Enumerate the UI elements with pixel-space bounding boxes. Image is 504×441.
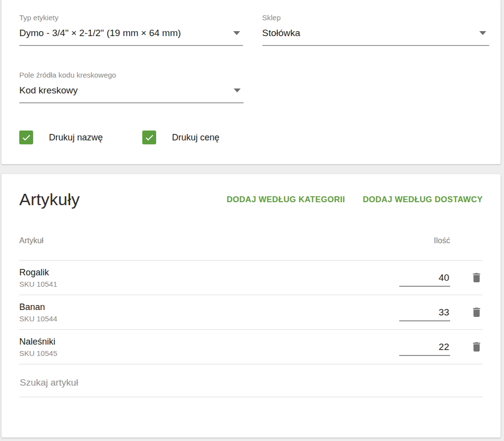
barcode-source-value: Kod kreskowy [19,85,78,96]
settings-row-1: Typ etykiety Dymo - 3/4" × 2-1/2" (19 mm… [19,13,489,46]
print-price-label: Drukuj cenę [172,132,219,143]
delete-row-button[interactable] [470,306,483,319]
article-search-row [19,377,483,397]
column-header-article: Artykuł [19,236,43,245]
article-name: Rogalik [19,267,399,278]
print-name-checkbox[interactable]: Drukuj nazwę [19,131,142,144]
print-options-row: Drukuj nazwę Drukuj cenę [19,131,489,144]
table-row: Banan SKU 10544 [19,295,483,330]
articles-actions: DODAJ WEDŁUG KATEGORII DODAJ WEDŁUG DOST… [227,191,483,208]
label-type-label: Typ etykiety [19,13,243,22]
quantity-input[interactable] [399,272,450,287]
article-info: Banan SKU 10544 [19,302,399,323]
checked-checkbox-icon [142,131,156,144]
search-article-input[interactable] [19,377,483,397]
article-info: Rogalik SKU 10541 [19,267,399,289]
trash-icon [470,306,483,318]
articles-table-header: Artykuł Ilość [19,236,483,261]
articles-card: Artykuły DODAJ WEDŁUG KATEGORII DODAJ WE… [1,174,501,438]
trash-icon [470,341,483,353]
table-row: Naleśniki SKU 10545 [19,330,483,364]
print-price-checkbox[interactable]: Drukuj cenę [142,131,219,144]
page-title: Artykuły [19,189,80,209]
label-settings-card: Typ etykiety Dymo - 3/4" × 2-1/2" (19 mm… [1,0,501,164]
table-row: Rogalik SKU 10541 [19,261,483,295]
add-by-supplier-button[interactable]: DODAJ WEDŁUG DOSTAWCY [363,191,483,208]
chevron-down-icon [233,31,240,35]
checked-checkbox-icon [19,131,33,144]
chevron-down-icon [234,88,241,92]
print-name-label: Drukuj nazwę [49,132,103,143]
article-sku: SKU 10541 [19,280,399,289]
article-sku: SKU 10545 [19,349,399,358]
column-header-quantity: Ilość [434,236,450,245]
delete-row-button[interactable] [470,271,483,285]
article-name: Banan [19,302,399,312]
store-value: Stołówka [262,27,300,39]
barcode-source-label: Pole źródła kodu kreskowego [19,71,244,80]
store-select[interactable]: Sklep Stołówka [262,13,489,46]
article-info: Naleśniki SKU 10545 [19,336,399,358]
add-by-category-button[interactable]: DODAJ WEDŁUG KATEGORII [227,191,345,208]
label-type-value: Dymo - 3/4" × 2-1/2" (19 mm × 64 mm) [19,27,181,39]
quantity-input[interactable] [399,342,450,356]
store-label: Sklep [262,13,489,22]
barcode-source-select[interactable]: Pole źródła kodu kreskowego Kod kreskowy [19,71,244,103]
article-sku: SKU 10544 [19,314,399,323]
article-name: Naleśniki [19,336,399,347]
chevron-down-icon [479,31,486,35]
quantity-input[interactable] [399,307,450,321]
delete-row-button[interactable] [470,340,483,354]
articles-header: Artykuły DODAJ WEDŁUG KATEGORII DODAJ WE… [19,189,483,209]
trash-icon [470,271,483,284]
label-type-select[interactable]: Typ etykiety Dymo - 3/4" × 2-1/2" (19 mm… [19,13,243,46]
